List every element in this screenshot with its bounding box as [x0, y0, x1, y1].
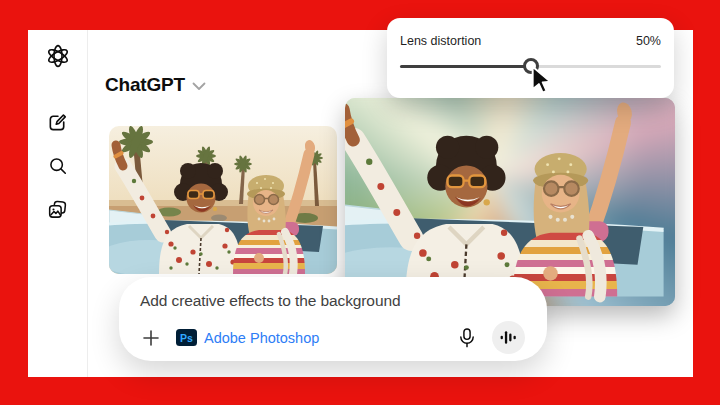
sidebar — [28, 30, 88, 377]
slider-value: 50% — [636, 34, 661, 48]
prompt-input[interactable]: Add creative effects to the background — [140, 292, 525, 310]
dictate-button[interactable] — [454, 325, 480, 351]
original-photo — [109, 126, 337, 274]
slider-fill — [400, 65, 531, 69]
photoshop-app-chip[interactable]: Ps Adobe Photoshop — [176, 329, 319, 346]
mouse-cursor — [531, 66, 555, 94]
app-chip-label: Adobe Photoshop — [204, 330, 319, 346]
attach-button[interactable] — [140, 327, 162, 349]
library-icon[interactable] — [40, 191, 76, 227]
voice-mode-button[interactable] — [492, 321, 525, 354]
openai-logo — [40, 38, 76, 74]
microphone-icon — [457, 327, 477, 349]
new-chat-icon[interactable] — [40, 104, 76, 140]
waveform-icon — [500, 329, 517, 346]
billboard-frame: ChatGPT Lens distortion 50% — [0, 0, 720, 405]
chevron-down-icon — [192, 82, 206, 91]
slider-label: Lens distortion — [400, 34, 481, 48]
photoshop-icon: Ps — [176, 329, 197, 346]
plus-icon — [143, 330, 159, 346]
composer[interactable]: Add creative effects to the background P… — [119, 277, 547, 361]
model-switcher[interactable]: ChatGPT — [105, 74, 206, 96]
edited-photo — [345, 98, 675, 306]
search-icon[interactable] — [40, 148, 76, 184]
page-title: ChatGPT — [105, 74, 185, 96]
